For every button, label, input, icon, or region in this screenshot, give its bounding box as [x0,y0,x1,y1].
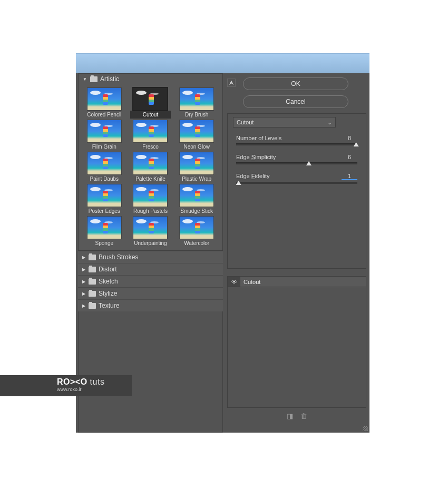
levels-slider[interactable] [236,143,357,145]
triangle-closed-icon [82,267,85,272]
layer-action-buttons: ◨ 🗑 [227,412,366,420]
triangle-closed-icon [82,304,85,308]
param-value-input[interactable]: 1 [342,173,357,180]
folder-icon [89,279,96,285]
watermark-url: www.roxo.ir [57,387,132,392]
fidelity-slider[interactable] [236,182,357,184]
filter-palette-knife[interactable]: Palette Knife [130,152,171,183]
filter-underpainting[interactable]: Underpainting [130,216,171,247]
effect-layer-label: Cutout [240,277,366,287]
filter-cutout[interactable]: Cutout [130,87,171,119]
category-sketch[interactable]: Sketch [78,275,223,287]
filter-smudge-stick[interactable]: Smudge Stick [176,184,217,215]
filter-options-panel: ⮝ OK Cancel Cutout Number of Levels 8 Ed… [225,73,369,433]
filter-poster-edges[interactable]: Poster Edges [84,184,125,215]
resize-grip-icon[interactable] [363,426,368,431]
filter-plastic-wrap[interactable]: Plastic Wrap [176,152,217,183]
dialog-titlebar[interactable] [76,54,369,73]
filter-fresco[interactable]: Fresco [130,120,171,151]
ok-button[interactable]: OK [243,77,348,90]
param-edge-simplicity: Edge Simplicity 6 [233,154,361,164]
filter-neon-glow[interactable]: Neon Glow [176,120,217,151]
triangle-open-icon [83,77,87,82]
effect-layers-panel: 👁 Cutout [227,276,366,408]
filter-colored-pencil[interactable]: Colored Pencil [84,87,125,119]
visibility-eye-icon[interactable]: 👁 [228,279,240,285]
triangle-closed-icon [82,255,85,260]
simplicity-slider[interactable] [236,162,357,164]
filter-sponge[interactable]: Sponge [84,216,125,247]
filter-rough-pastels[interactable]: Rough Pastels [130,184,171,215]
param-edge-fidelity: Edge Fidelity 1 [233,173,361,184]
category-texture[interactable]: Texture [78,299,223,311]
folder-icon [89,267,96,272]
cancel-button[interactable]: Cancel [243,95,348,108]
slider-handle[interactable] [236,181,241,185]
delete-effect-layer-button[interactable]: 🗑 [300,412,307,420]
collapse-thumbnails-button[interactable]: ⮝ [227,79,236,87]
filter-dry-brush[interactable]: Dry Brush [176,87,217,119]
filter-thumbnail-grid: Colored Pencil Cutout Dry Brush Film Gra… [79,84,222,247]
category-brush-strokes[interactable]: Brush Strokes [78,251,223,263]
folder-icon [89,255,96,260]
param-value-input[interactable]: 8 [342,135,357,141]
effect-layer-row[interactable]: 👁 Cutout [228,277,366,287]
category-artistic-header[interactable]: Artistic [79,74,222,84]
param-label: Edge Fidelity [236,173,270,180]
category-stylize[interactable]: Stylize [78,287,223,299]
category-artistic-section: Artistic Colored Pencil Cutout Dry Brush… [78,73,223,251]
folder-icon [89,291,96,297]
category-label: Artistic [100,75,119,83]
category-distort[interactable]: Distort [78,263,223,275]
filter-parameters: Cutout Number of Levels 8 Edge Simplicit… [227,113,366,269]
folder-icon [89,303,96,309]
filter-watercolor[interactable]: Watercolor [176,216,217,247]
filter-select-dropdown[interactable]: Cutout [233,117,336,128]
filter-film-grain[interactable]: Film Grain [84,120,125,151]
triangle-closed-icon [82,279,85,284]
new-effect-layer-button[interactable]: ◨ [287,412,293,420]
param-number-of-levels: Number of Levels 8 [233,135,361,145]
watermark-overlay: RO><O tuts www.roxo.ir [0,375,132,396]
param-value-input[interactable]: 6 [342,154,357,160]
slider-handle[interactable] [354,142,359,146]
filter-paint-daubs[interactable]: Paint Daubs [84,152,125,183]
param-label: Number of Levels [236,135,281,141]
param-label: Edge Simplicity [236,154,276,160]
folder-icon [90,76,98,82]
slider-handle[interactable] [306,161,311,165]
watermark-brand: RO><O tuts [57,377,132,387]
triangle-closed-icon [82,291,85,296]
categories-empty-area [78,311,223,433]
